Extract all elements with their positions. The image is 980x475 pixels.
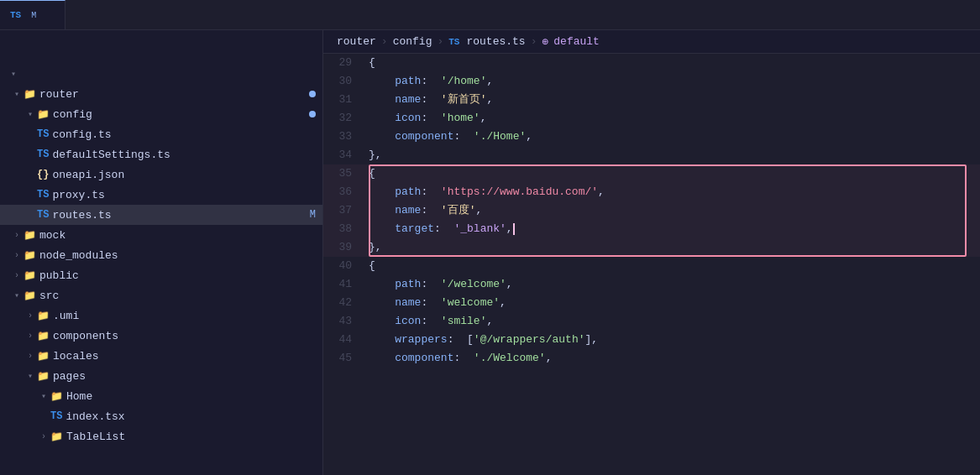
token: icon — [395, 112, 421, 124]
token: : — [421, 112, 440, 124]
sidebar-item-proxy[interactable]: TS proxy.ts — [0, 185, 322, 205]
token: '新首页' — [441, 93, 487, 106]
folder-name-router: router — [39, 88, 79, 101]
line-number: 34 — [323, 146, 365, 164]
code-line-36: 36 path: 'https://www.baidu.com/', — [323, 183, 980, 201]
sidebar-item-home[interactable]: ▾ 📁 Home — [0, 386, 322, 406]
breadcrumb-sep-2: › — [437, 35, 443, 48]
chevron-down-icon: ▾ — [10, 289, 24, 302]
token: : — [453, 130, 473, 143]
folder-name-config: config — [53, 108, 92, 121]
chevron-icon: ▾ — [7, 67, 20, 81]
token — [369, 222, 395, 235]
sidebar-item-umi[interactable]: › 📁 .umi — [0, 305, 322, 326]
sidebar-item-config-ts[interactable]: TS config.ts — [0, 124, 322, 144]
token: , — [486, 93, 493, 106]
line-content: path: 'https://www.baidu.com/', — [365, 183, 980, 201]
file-name-config-ts: config.ts — [52, 128, 111, 141]
token: path — [395, 75, 421, 87]
folder-icon: 📁 — [24, 249, 36, 262]
line-number: 43 — [323, 312, 365, 331]
folder-icon: 📁 — [50, 431, 63, 443]
token — [369, 315, 395, 327]
token: , — [486, 315, 493, 327]
token: , — [506, 278, 513, 290]
sidebar-item-defaultsettings[interactable]: TS defaultSettings.ts — [0, 144, 322, 164]
token: 'welcome' — [441, 296, 500, 309]
folder-icon: 📁 — [37, 350, 50, 363]
folder-name-src: src — [39, 290, 59, 302]
ts-icon: TS — [37, 128, 49, 140]
chevron-right-icon: › — [37, 430, 50, 443]
file-name-index-tsx: index.tsx — [66, 410, 124, 423]
token — [369, 75, 395, 87]
breadcrumb-router: router — [337, 35, 376, 48]
line-content: target: '_blank', — [365, 220, 980, 238]
sidebar-item-src[interactable]: ▾ 📁 src — [0, 285, 322, 305]
token: ], — [584, 333, 598, 346]
line-number: 30 — [323, 72, 365, 91]
modified-dot-badge — [309, 111, 316, 117]
sidebar-item-config[interactable]: ▾ 📁 config — [0, 104, 322, 124]
token: : — [434, 222, 453, 235]
token: , — [598, 185, 605, 198]
token: '/welcome' — [441, 278, 506, 290]
line-number: 38 — [323, 220, 365, 238]
sidebar-item-oneapi[interactable]: {} oneapi.json — [0, 164, 322, 185]
line-number: 44 — [323, 331, 365, 349]
tab-routes[interactable]: TS M — [0, 0, 66, 29]
token: path — [395, 278, 421, 290]
sidebar-item-router[interactable]: ▾ 📁 router — [0, 84, 322, 104]
code-line-41: 41 path: '/welcome', — [323, 275, 980, 294]
sidebar-item-public[interactable]: › 📁 public — [0, 265, 322, 285]
sidebar-item-routes[interactable]: TS routes.ts M — [0, 205, 322, 225]
editor-content[interactable]: 29{30 path: '/home',31 name: '新首页',32 ic… — [323, 54, 980, 368]
breadcrumb: router › config › TS routes.ts › ⊕ defau… — [323, 30, 980, 54]
ts-icon: TS — [37, 149, 49, 160]
line-number: 31 — [323, 91, 365, 109]
line-number: 29 — [323, 54, 365, 72]
token: , — [475, 204, 482, 217]
folder-icon: 📁 — [37, 310, 50, 322]
sidebar-item-mock[interactable]: › 📁 mock — [0, 225, 322, 245]
file-name-proxy: proxy.ts — [52, 189, 104, 201]
ts-icon: TS — [50, 410, 62, 422]
line-number: 40 — [323, 257, 365, 275]
sidebar-item-components[interactable]: › 📁 components — [0, 326, 322, 346]
token: , — [500, 296, 506, 309]
sidebar-item-locales[interactable]: › 📁 locales — [0, 346, 322, 366]
sidebar-item-pages[interactable]: ▾ 📁 pages — [0, 366, 322, 386]
breadcrumb-symbol-icon: ⊕ — [542, 35, 548, 49]
chevron-right-icon: › — [10, 269, 24, 282]
token: , — [486, 75, 493, 87]
code-line-35: 35{ — [323, 164, 980, 183]
tab-close-button[interactable] — [41, 8, 55, 22]
tree-root[interactable]: ▾ — [0, 64, 322, 84]
line-number: 32 — [323, 109, 365, 128]
token: , — [480, 112, 487, 124]
token: target — [395, 222, 434, 235]
token: : — [421, 185, 440, 198]
code-line-45: 45 component: './Welcome', — [323, 349, 980, 368]
editor-wrapper[interactable]: 29{30 path: '/home',31 name: '新首页',32 ic… — [323, 54, 980, 475]
line-number: 33 — [323, 128, 365, 146]
token: : — [421, 315, 440, 327]
line-content: { — [365, 164, 980, 183]
chevron-right-icon: › — [10, 228, 24, 242]
token: : — [421, 93, 440, 106]
file-tree: ▾ ▾ 📁 router ▾ 📁 config TS config.ts — [0, 60, 322, 475]
token — [369, 278, 395, 290]
sidebar-item-index-tsx[interactable]: TS index.tsx — [0, 406, 322, 426]
chevron-down-icon: ▾ — [10, 87, 24, 101]
token: : — [453, 352, 473, 364]
folder-name-pages: pages — [53, 370, 86, 383]
sidebar-item-node-modules[interactable]: › 📁 node_modules — [0, 245, 322, 265]
token: '_blank' — [453, 222, 506, 235]
token — [369, 93, 395, 106]
token — [369, 185, 395, 198]
ts-icon: TS — [37, 189, 49, 201]
chevron-down-icon: ▾ — [24, 107, 37, 121]
folder-name-umi: .umi — [53, 310, 79, 322]
sidebar-item-tablelist[interactable]: › 📁 TableList — [0, 426, 322, 446]
token — [369, 130, 395, 143]
